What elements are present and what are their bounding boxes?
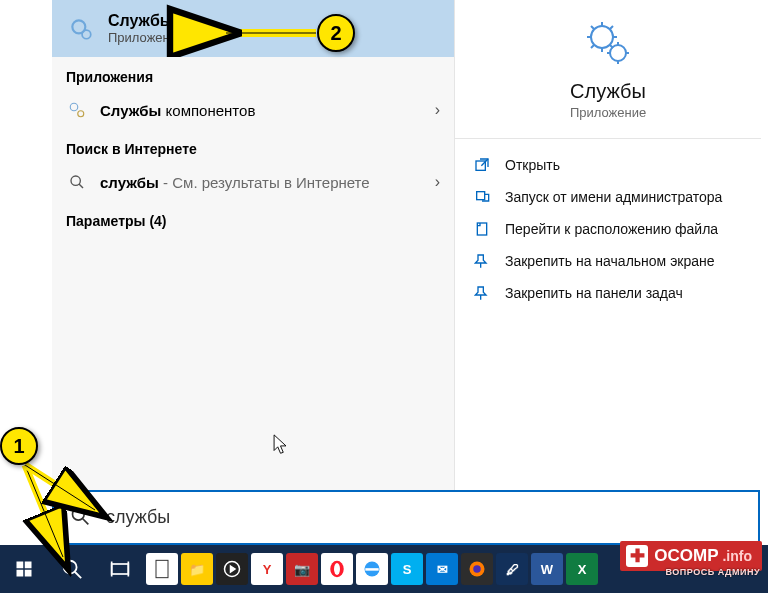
svg-point-28 xyxy=(334,563,340,575)
svg-rect-18 xyxy=(25,570,32,577)
taskbar-app-camera[interactable]: 📷 xyxy=(286,553,318,585)
taskbar-app-yandex[interactable]: Y xyxy=(251,553,283,585)
svg-point-4 xyxy=(71,176,80,185)
taskbar-app-firefox[interactable] xyxy=(461,553,493,585)
action-label: Перейти к расположению файла xyxy=(505,221,718,237)
search-box[interactable] xyxy=(52,490,760,545)
search-input[interactable] xyxy=(104,506,742,529)
annotation-step-2: 2 xyxy=(317,14,355,52)
preview-subtitle: Приложение xyxy=(570,105,646,120)
action-label: Запуск от имени администратора xyxy=(505,189,722,205)
action-label: Открыть xyxy=(505,157,560,173)
cursor-icon xyxy=(273,434,288,456)
result-web-search[interactable]: службы - См. результаты в Интернете › xyxy=(52,163,454,201)
svg-rect-24 xyxy=(156,560,168,577)
group-header-apps: Приложения xyxy=(52,57,454,91)
preview-actions: Открыть Запуск от имени администратора П… xyxy=(455,139,761,319)
action-open[interactable]: Открыть xyxy=(463,149,753,181)
folder-icon xyxy=(473,220,491,238)
pin-start-icon xyxy=(473,252,491,270)
preview-header: Службы Приложение xyxy=(455,0,761,139)
action-label: Закрепить на начальном экране xyxy=(505,253,715,269)
group-header-web: Поиск в Интернете xyxy=(52,129,454,163)
watermark: ✚ OCOMP .info ВОПРОСЬ АДМИНУ xyxy=(620,541,762,571)
svg-rect-17 xyxy=(17,570,24,577)
pin-taskbar-icon xyxy=(473,284,491,302)
action-label: Закрепить на панели задач xyxy=(505,285,683,301)
svg-point-7 xyxy=(610,45,626,61)
taskbar-app-mail[interactable]: ✉ xyxy=(426,553,458,585)
taskbar-app-media[interactable] xyxy=(216,553,248,585)
taskbar-app-word[interactable]: W xyxy=(531,553,563,585)
action-pin-to-start[interactable]: Закрепить на начальном экране xyxy=(463,245,753,277)
open-icon xyxy=(473,156,491,174)
best-match-title: Службы xyxy=(108,12,184,30)
svg-point-6 xyxy=(591,26,613,48)
svg-rect-10 xyxy=(477,223,486,235)
components-gears-icon xyxy=(66,99,88,121)
preview-title: Службы xyxy=(570,80,646,103)
taskbar-app-misc1[interactable]: 🖊 xyxy=(496,553,528,585)
taskbar-app-ie[interactable] xyxy=(356,553,388,585)
svg-rect-9 xyxy=(477,192,485,200)
preview-pane: Службы Приложение Открыть Запуск от имен… xyxy=(454,0,761,490)
svg-point-1 xyxy=(82,30,91,39)
svg-rect-30 xyxy=(365,568,378,571)
taskbar-app-explorer[interactable]: 📁 xyxy=(181,553,213,585)
taskbar-apps: 📁 Y 📷 S ✉ 🖊 W X xyxy=(146,553,598,585)
taskbar-app-file[interactable] xyxy=(146,553,178,585)
svg-point-3 xyxy=(78,111,84,117)
svg-point-2 xyxy=(70,103,78,111)
taskbar-app-opera[interactable] xyxy=(321,553,353,585)
action-open-file-location[interactable]: Перейти к расположению файла xyxy=(463,213,753,245)
svg-point-32 xyxy=(473,565,481,573)
search-icon xyxy=(66,171,88,193)
annotation-step-1: 1 xyxy=(0,427,38,465)
services-gear-icon xyxy=(66,14,96,44)
shield-icon xyxy=(473,188,491,206)
group-header-settings[interactable]: Параметры (4) xyxy=(52,201,454,235)
search-results-panel: Службы Приложение Приложения Службы комп… xyxy=(52,0,454,490)
result-label: Службы компонентов xyxy=(100,102,435,119)
taskbar-app-excel[interactable]: X xyxy=(566,553,598,585)
annotation-arrow-1b xyxy=(20,455,120,535)
svg-line-5 xyxy=(79,184,83,188)
best-match-subtitle: Приложение xyxy=(108,30,184,45)
chevron-right-icon[interactable]: › xyxy=(435,173,440,191)
watermark-cross-icon: ✚ xyxy=(626,545,648,567)
action-run-as-admin[interactable]: Запуск от имени администратора xyxy=(463,181,753,213)
svg-line-20 xyxy=(75,572,81,578)
taskbar-app-skype[interactable]: S xyxy=(391,553,423,585)
chevron-right-icon[interactable]: › xyxy=(435,101,440,119)
action-pin-to-taskbar[interactable]: Закрепить на панели задач xyxy=(463,277,753,309)
result-components-services[interactable]: Службы компонентов › xyxy=(52,91,454,129)
services-big-gear-icon xyxy=(583,18,633,68)
result-label: службы - См. результаты в Интернете xyxy=(100,174,435,191)
annotation-arrow-2 xyxy=(218,21,318,45)
svg-marker-26 xyxy=(231,566,236,572)
